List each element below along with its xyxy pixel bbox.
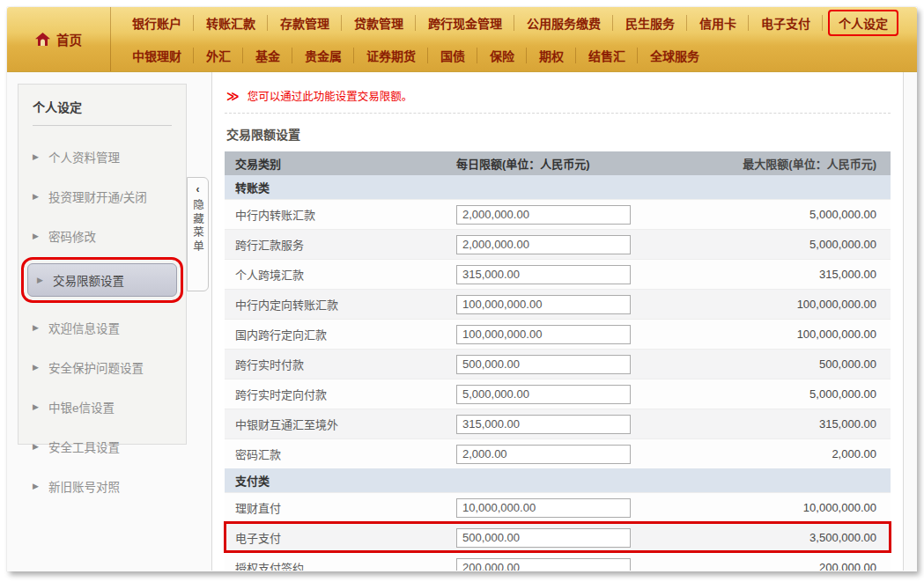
daily-limit-input[interactable] bbox=[456, 385, 631, 404]
sidebar-title: 个人设定 bbox=[33, 98, 172, 126]
nav-item-银行账户[interactable]: 银行账户 bbox=[120, 12, 194, 33]
nav-item-电子支付[interactable]: 电子支付 bbox=[749, 12, 823, 33]
page-body: 个人设定 ▶个人资料管理▶投资理财开通/关闭▶密码修改▶交易限额设置▶欢迎信息设… bbox=[7, 72, 917, 571]
sidebar-item-8[interactable]: ▶新旧账号对照 bbox=[33, 477, 172, 495]
max-limit-value: 5,000,000.00 bbox=[703, 208, 891, 221]
sidebar-item-label: 新旧账号对照 bbox=[48, 477, 120, 495]
triangle-right-icon: ▶ bbox=[33, 232, 39, 240]
daily-limit-cell bbox=[456, 235, 703, 254]
transaction-type-label: 跨行汇款服务 bbox=[225, 236, 456, 253]
transaction-type-label: 国内跨行定向汇款 bbox=[225, 326, 456, 343]
daily-limit-input[interactable] bbox=[456, 498, 631, 518]
hide-menu-label: 隐藏菜单 bbox=[189, 199, 206, 254]
transaction-type-label: 跨行实时定向付款 bbox=[225, 386, 456, 402]
transaction-type-label: 中银财互通汇至境外 bbox=[225, 416, 456, 432]
nav-item-中银理财[interactable]: 中银理财 bbox=[120, 45, 194, 66]
main-content: ≫ 您可以通过此功能设置交易限额。 交易限额设置 交易类别 每日限额(单位：人民… bbox=[211, 72, 904, 571]
limit-row: 个人跨境汇款315,000.00 bbox=[225, 259, 891, 289]
sidebar-item-1[interactable]: ▶投资理财开通/关闭 bbox=[33, 188, 172, 205]
limit-row: 跨行实时付款500,000.00 bbox=[225, 349, 891, 379]
nav-home[interactable]: 首页 bbox=[7, 7, 111, 71]
group-row: 支付类 bbox=[225, 468, 891, 492]
limit-row: 跨行汇款服务5,000,000.00 bbox=[225, 229, 891, 259]
daily-limit-input[interactable] bbox=[456, 325, 631, 344]
sidebar-item-3[interactable]: ▶交易限额设置 bbox=[27, 263, 177, 297]
limit-row: 中行内转账汇款5,000,000.00 bbox=[225, 199, 891, 229]
daily-limit-input[interactable] bbox=[456, 295, 631, 314]
daily-limit-cell bbox=[456, 295, 703, 314]
max-limit-value: 10,000,000.00 bbox=[703, 501, 891, 514]
triangle-right-icon: ▶ bbox=[33, 483, 39, 490]
header-transaction-type: 交易类别 bbox=[225, 155, 456, 172]
sidebar-item-label: 个人资料管理 bbox=[48, 148, 120, 166]
nav-item-转账汇款[interactable]: 转账汇款 bbox=[194, 12, 268, 33]
transaction-type-label: 密码汇款 bbox=[225, 446, 456, 462]
transaction-type-label: 授权支付签约 bbox=[225, 559, 456, 571]
sidebar-item-label: 安全保护问题设置 bbox=[48, 358, 144, 376]
daily-limit-input[interactable] bbox=[456, 528, 631, 548]
sidebar-item-5[interactable]: ▶安全保护问题设置 bbox=[33, 358, 172, 376]
limit-row: 密码汇款2,000.00 bbox=[225, 438, 891, 468]
daily-limit-cell bbox=[456, 415, 703, 434]
daily-limit-input[interactable] bbox=[456, 265, 631, 284]
max-limit-value: 2,000.00 bbox=[703, 447, 891, 460]
nav-row-2: 中银理财外汇基金贵金属证券期货国债保险期权结售汇全球服务 bbox=[111, 40, 917, 72]
transaction-type-label: 中行内定向转账汇款 bbox=[225, 296, 456, 313]
limit-row: 电子支付3,500,000.00 bbox=[225, 522, 891, 552]
daily-limit-cell bbox=[456, 325, 703, 344]
limit-row: 国内跨行定向汇款100,000,000.00 bbox=[225, 319, 891, 349]
max-limit-value: 100,000,000.00 bbox=[703, 298, 891, 311]
transaction-type-label: 跨行实时付款 bbox=[225, 356, 456, 372]
transaction-type-label: 个人跨境汇款 bbox=[225, 266, 456, 283]
daily-limit-cell bbox=[456, 205, 703, 225]
daily-limit-input[interactable] bbox=[456, 205, 631, 225]
transaction-type-label: 理财直付 bbox=[225, 499, 456, 516]
daily-limit-input[interactable] bbox=[456, 415, 631, 434]
nav-item-结售汇[interactable]: 结售汇 bbox=[576, 45, 638, 66]
home-icon bbox=[35, 33, 50, 46]
nav-item-个人设定[interactable]: 个人设定 bbox=[828, 10, 898, 36]
nav-item-基金[interactable]: 基金 bbox=[243, 45, 292, 66]
sidebar-item-2[interactable]: ▶密码修改 bbox=[33, 227, 172, 245]
sidebar: 个人设定 ▶个人资料管理▶投资理财开通/关闭▶密码修改▶交易限额设置▶欢迎信息设… bbox=[18, 84, 187, 445]
nav-item-国债[interactable]: 国债 bbox=[428, 45, 477, 66]
nav-item-跨行现金管理[interactable]: 跨行现金管理 bbox=[416, 12, 514, 33]
max-limit-value: 5,000,000.00 bbox=[703, 238, 891, 251]
max-limit-value: 200,000.00 bbox=[703, 561, 891, 571]
daily-limit-cell bbox=[456, 265, 703, 284]
nav-item-贵金属[interactable]: 贵金属 bbox=[292, 45, 354, 66]
nav-item-民生服务[interactable]: 民生服务 bbox=[613, 12, 687, 33]
nav-item-外汇[interactable]: 外汇 bbox=[194, 45, 243, 66]
nav-item-保险[interactable]: 保险 bbox=[477, 45, 527, 66]
triangle-right-icon: ▶ bbox=[33, 193, 39, 201]
sidebar-item-4[interactable]: ▶欢迎信息设置 bbox=[33, 319, 172, 336]
transaction-type-label: 电子支付 bbox=[225, 529, 456, 546]
daily-limit-cell bbox=[456, 445, 703, 464]
sidebar-item-label: 安全工具设置 bbox=[48, 438, 120, 455]
daily-limit-input[interactable] bbox=[456, 355, 631, 374]
limit-row: 中银财互通汇至境外315,000.00 bbox=[225, 409, 891, 438]
chevron-left-icon: ‹ bbox=[196, 184, 200, 195]
max-limit-value: 315,000.00 bbox=[703, 268, 891, 281]
nav-item-证券期货[interactable]: 证券期货 bbox=[354, 45, 428, 66]
transaction-type-label: 中行内转账汇款 bbox=[225, 206, 456, 223]
daily-limit-input[interactable] bbox=[456, 558, 631, 571]
daily-limit-input[interactable] bbox=[456, 445, 631, 464]
nav-item-信用卡[interactable]: 信用卡 bbox=[687, 12, 749, 33]
hide-menu-tab[interactable]: ‹ 隐藏菜单 bbox=[187, 177, 209, 291]
nav-row-1: 银行账户转账汇款存款管理贷款管理跨行现金管理公用服务缴费民生服务信用卡电子支付个… bbox=[111, 7, 917, 40]
sidebar-item-0[interactable]: ▶个人资料管理 bbox=[33, 148, 172, 166]
sidebar-item-7[interactable]: ▶安全工具设置 bbox=[33, 438, 172, 455]
sidebar-item-6[interactable]: ▶中银e信设置 bbox=[33, 398, 172, 416]
daily-limit-cell bbox=[456, 385, 703, 404]
nav-item-期权[interactable]: 期权 bbox=[527, 45, 576, 66]
double-chevron-icon: ≫ bbox=[226, 90, 240, 102]
max-limit-value: 100,000,000.00 bbox=[703, 328, 891, 341]
limits-table: 交易类别 每日限额(单位：人民币元) 最大限额(单位：人民币元) 转账类中行内转… bbox=[225, 151, 891, 571]
nav-item-全球服务[interactable]: 全球服务 bbox=[638, 45, 712, 66]
daily-limit-input[interactable] bbox=[456, 235, 631, 254]
nav-item-公用服务缴费[interactable]: 公用服务缴费 bbox=[514, 12, 613, 33]
header-max-limit: 最大限额(单位：人民币元) bbox=[703, 155, 891, 172]
nav-item-贷款管理[interactable]: 贷款管理 bbox=[342, 12, 416, 33]
nav-item-存款管理[interactable]: 存款管理 bbox=[268, 12, 342, 33]
